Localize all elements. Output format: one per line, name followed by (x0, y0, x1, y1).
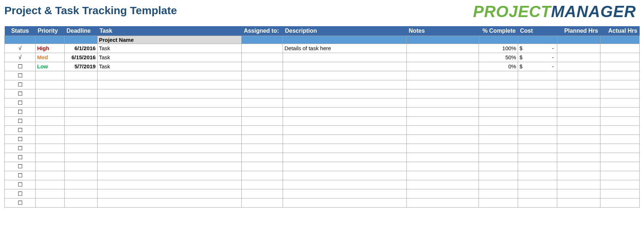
deadline-cell[interactable] (64, 80, 97, 89)
description-cell[interactable] (283, 98, 407, 107)
planned-hrs-cell[interactable] (557, 89, 600, 98)
col-header-pct[interactable]: % Complete (479, 26, 518, 36)
description-cell[interactable] (283, 53, 407, 62)
assigned-cell[interactable] (242, 116, 283, 125)
planned-hrs-cell[interactable] (557, 144, 600, 153)
task-cell[interactable]: Task (97, 53, 242, 62)
actual-hrs-cell[interactable] (600, 162, 639, 171)
notes-cell[interactable] (406, 189, 479, 198)
actual-hrs-cell[interactable] (600, 125, 639, 134)
priority-cell[interactable] (36, 171, 65, 180)
col-header-desc[interactable]: Description (283, 26, 407, 36)
cost-cell[interactable] (518, 180, 557, 189)
deadline-cell[interactable] (64, 189, 97, 198)
actual-hrs-cell[interactable] (600, 171, 639, 180)
assigned-cell[interactable] (242, 171, 283, 180)
deadline-cell[interactable] (64, 71, 97, 80)
subheader-cell[interactable] (557, 36, 600, 44)
actual-hrs-cell[interactable] (600, 80, 639, 89)
cost-cell[interactable] (518, 89, 557, 98)
actual-hrs-cell[interactable] (600, 89, 639, 98)
col-header-status[interactable]: Status (5, 26, 36, 36)
status-cell[interactable]: ☐ (5, 198, 36, 207)
deadline-cell[interactable]: 6/1/2016 (64, 44, 97, 53)
priority-cell[interactable] (36, 153, 65, 162)
description-cell[interactable] (283, 134, 407, 144)
col-header-assigned[interactable]: Assigned to: (242, 26, 283, 36)
notes-cell[interactable] (406, 80, 479, 89)
actual-hrs-cell[interactable] (600, 53, 639, 62)
notes-cell[interactable] (406, 162, 479, 171)
deadline-cell[interactable] (64, 116, 97, 125)
notes-cell[interactable] (406, 134, 479, 144)
cost-cell[interactable] (518, 144, 557, 153)
notes-cell[interactable] (406, 89, 479, 98)
actual-hrs-cell[interactable] (600, 62, 639, 71)
col-header-planned[interactable]: Planned Hrs (557, 26, 600, 36)
assigned-cell[interactable] (242, 180, 283, 189)
description-cell[interactable]: Details of task here (283, 44, 407, 53)
description-cell[interactable] (283, 89, 407, 98)
cost-cell[interactable] (518, 171, 557, 180)
priority-cell[interactable] (36, 198, 65, 207)
notes-cell[interactable] (406, 144, 479, 153)
planned-hrs-cell[interactable] (557, 44, 600, 53)
pct-complete-cell[interactable] (479, 153, 518, 162)
planned-hrs-cell[interactable] (557, 116, 600, 125)
planned-hrs-cell[interactable] (557, 134, 600, 144)
priority-cell[interactable] (36, 71, 65, 80)
priority-cell[interactable] (36, 98, 65, 107)
status-cell[interactable]: ☐ (5, 180, 36, 189)
assigned-cell[interactable] (242, 144, 283, 153)
subheader-cell[interactable] (479, 36, 518, 44)
actual-hrs-cell[interactable] (600, 116, 639, 125)
deadline-cell[interactable] (64, 171, 97, 180)
task-cell[interactable] (97, 125, 242, 134)
notes-cell[interactable] (406, 125, 479, 134)
task-cell[interactable] (97, 134, 242, 144)
cost-cell[interactable] (518, 116, 557, 125)
priority-cell[interactable] (36, 80, 65, 89)
deadline-cell[interactable] (64, 162, 97, 171)
deadline-cell[interactable] (64, 98, 97, 107)
planned-hrs-cell[interactable] (557, 153, 600, 162)
cost-cell[interactable]: $- (518, 62, 557, 71)
planned-hrs-cell[interactable] (557, 80, 600, 89)
notes-cell[interactable] (406, 153, 479, 162)
deadline-cell[interactable]: 6/15/2016 (64, 53, 97, 62)
priority-cell[interactable] (36, 125, 65, 134)
assigned-cell[interactable] (242, 153, 283, 162)
subheader-project-name[interactable]: Project Name (97, 36, 242, 44)
notes-cell[interactable] (406, 98, 479, 107)
pct-complete-cell[interactable] (479, 171, 518, 180)
col-header-deadline[interactable]: Deadline (64, 26, 97, 36)
deadline-cell[interactable] (64, 144, 97, 153)
status-cell[interactable]: ☐ (5, 98, 36, 107)
status-cell[interactable]: √ (5, 44, 36, 53)
subheader-cell[interactable] (5, 36, 36, 44)
task-cell[interactable] (97, 189, 242, 198)
assigned-cell[interactable] (242, 80, 283, 89)
description-cell[interactable] (283, 198, 407, 207)
cost-cell[interactable] (518, 134, 557, 144)
task-cell[interactable] (97, 198, 242, 207)
priority-cell[interactable] (36, 107, 65, 116)
deadline-cell[interactable] (64, 198, 97, 207)
notes-cell[interactable] (406, 44, 479, 53)
actual-hrs-cell[interactable] (600, 198, 639, 207)
planned-hrs-cell[interactable] (557, 189, 600, 198)
task-cell[interactable] (97, 98, 242, 107)
actual-hrs-cell[interactable] (600, 71, 639, 80)
actual-hrs-cell[interactable] (600, 180, 639, 189)
actual-hrs-cell[interactable] (600, 107, 639, 116)
col-header-task[interactable]: Task (97, 26, 242, 36)
assigned-cell[interactable] (242, 198, 283, 207)
actual-hrs-cell[interactable] (600, 134, 639, 144)
description-cell[interactable] (283, 153, 407, 162)
pct-complete-cell[interactable] (479, 198, 518, 207)
subheader-cell[interactable] (64, 36, 97, 44)
description-cell[interactable] (283, 71, 407, 80)
pct-complete-cell[interactable] (479, 89, 518, 98)
description-cell[interactable] (283, 62, 407, 71)
deadline-cell[interactable] (64, 107, 97, 116)
